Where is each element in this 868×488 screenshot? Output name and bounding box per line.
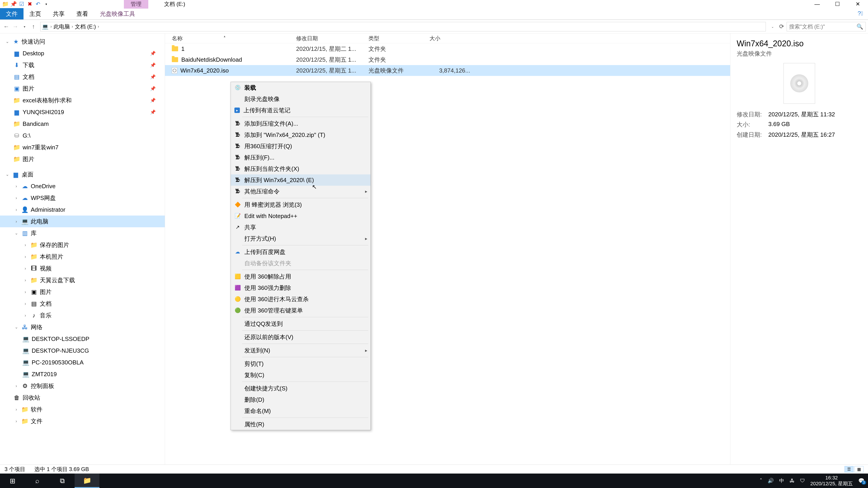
tree-item[interactable]: ›📁本机照片	[0, 251, 165, 263]
search-input[interactable]: 搜索"文档 (E:)" 🔍	[786, 22, 866, 31]
tree-item[interactable]: ›♪音乐	[0, 310, 165, 321]
qat-check-icon[interactable]: ☑	[19, 1, 25, 7]
breadcrumb-root[interactable]: 此电脑	[54, 23, 70, 30]
tree-this-pc[interactable]: ›💻此电脑	[0, 216, 165, 227]
tree-documents[interactable]: ▤文档📌	[0, 71, 165, 83]
ctx-delete[interactable]: 删除(D)	[231, 394, 370, 405]
ctx-360-manage-menu[interactable]: 🟢使用 360管理右键菜单	[231, 305, 370, 316]
chevron-right-icon[interactable]: ›	[13, 219, 19, 224]
forward-button[interactable]: →	[11, 23, 20, 31]
ctx-extract-here[interactable]: 🗜解压到当前文件夹(X)	[231, 163, 370, 174]
qat-pin-icon[interactable]: 📌	[10, 1, 17, 7]
tree-item[interactable]: 📁win7重装win7	[0, 141, 165, 153]
col-name[interactable]: 名称▴	[165, 35, 296, 42]
chevron-right-icon[interactable]: ›	[23, 242, 28, 248]
chevron-right-icon[interactable]: ›	[13, 384, 19, 388]
ctx-360-unlock[interactable]: 🟨使用 360解除占用	[231, 271, 370, 282]
chevron-right-icon[interactable]: ›	[13, 184, 19, 189]
tree-item[interactable]: ›📁文件	[0, 415, 165, 427]
tree-control-panel[interactable]: ›⚙控制面板	[0, 380, 165, 392]
ctx-copy[interactable]: 复制(C)	[231, 369, 370, 381]
chevron-right-icon[interactable]: ›	[23, 254, 28, 259]
ctx-mount[interactable]: 💿装载	[231, 82, 370, 93]
task-view-button[interactable]: ⧉	[50, 474, 74, 488]
tab-share[interactable]: 共享	[47, 8, 70, 20]
file-row[interactable]: BaiduNetdiskDownload 2020/12/25, 星期五 1..…	[165, 54, 730, 65]
chevron-right-icon[interactable]: ›	[23, 290, 28, 294]
breadcrumb[interactable]: 💻 › 此电脑 › 文档 (E:) ›	[40, 22, 766, 31]
tray-security-icon[interactable]: 🛡	[800, 478, 805, 484]
file-row-selected[interactable]: Win7x64_2020.iso 2020/12/25, 星期五 1... 光盘…	[165, 65, 730, 76]
ctx-add-zip[interactable]: 🗜添加到 "Win7x64_2020.zip" (T)	[231, 129, 370, 140]
tree-recycle[interactable]: 🗑回收站	[0, 392, 165, 403]
tree-item[interactable]: ›▣图片	[0, 286, 165, 298]
chevron-right-icon[interactable]: ›	[98, 24, 99, 29]
ctx-baidu[interactable]: ☁上传到百度网盘	[231, 246, 370, 258]
tree-item[interactable]: 💻ZMT2019	[0, 368, 165, 380]
tree-item[interactable]: ›📁软件	[0, 403, 165, 415]
tab-disc-image-tools[interactable]: 光盘映像工具	[94, 8, 141, 20]
tray-volume-icon[interactable]: 🔊	[768, 478, 774, 484]
recent-dropdown[interactable]: ▾	[20, 23, 29, 31]
tree-quick-access[interactable]: ⌄★快速访问	[0, 36, 165, 47]
tree-item[interactable]: 📁Bandicam	[0, 118, 165, 130]
breadcrumb-history-dropdown[interactable]: ⌄	[769, 23, 777, 31]
tree-desktop[interactable]: ▆Desktop📌	[0, 47, 165, 59]
tab-file[interactable]: 文件	[0, 8, 24, 20]
start-button[interactable]: ⊞	[0, 474, 25, 488]
chevron-right-icon[interactable]: ›	[13, 407, 19, 412]
search-icon[interactable]: 🔍	[857, 24, 863, 30]
ctx-share[interactable]: ↗共享	[231, 222, 370, 233]
tree-libraries[interactable]: ⌄▥库	[0, 227, 165, 239]
tree-item[interactable]: 💻DESKTOP-NJEU3CG	[0, 345, 165, 357]
ctx-restore-versions[interactable]: 还原以前的版本(V)	[231, 331, 370, 343]
ctx-open-360zip[interactable]: 🗜用360压缩打开(Q)	[231, 140, 370, 152]
ctx-extract-to[interactable]: 🗜解压到(F)...	[231, 152, 370, 163]
tree-admin[interactable]: ›👤Administrator	[0, 204, 165, 216]
ctx-extract-folder[interactable]: 🗜解压到 Win7x64_2020\ (E)	[231, 174, 370, 186]
tree-item[interactable]: 💻PC-20190530OBLA	[0, 357, 165, 368]
tab-home[interactable]: 主页	[24, 8, 47, 20]
tree-pictures[interactable]: ▣图片📌	[0, 83, 165, 94]
up-button[interactable]: ↑	[29, 23, 37, 31]
back-button[interactable]: ←	[2, 23, 10, 31]
tree-network[interactable]: ⌄🖧网络	[0, 321, 165, 333]
qat-delete-icon[interactable]: ✖	[27, 1, 33, 7]
col-date[interactable]: 修改日期	[296, 35, 368, 42]
tree-item[interactable]: 📁图片	[0, 153, 165, 165]
breadcrumb-location[interactable]: 文档 (E:)	[75, 23, 96, 30]
help-icon[interactable]: ?⃝	[858, 10, 863, 17]
chevron-down-icon[interactable]: ⌄	[13, 231, 19, 236]
chevron-down-icon[interactable]: ⌄	[4, 39, 10, 44]
ctx-send-qq[interactable]: 通过QQ发送到	[231, 318, 370, 329]
chevron-right-icon[interactable]: ›	[23, 278, 28, 283]
chevron-right-icon[interactable]: ›	[23, 266, 28, 271]
chevron-right-icon[interactable]: ›	[51, 24, 52, 29]
tab-view[interactable]: 查看	[70, 8, 94, 20]
tree-item[interactable]: ▆YUNQISHI2019📌	[0, 106, 165, 118]
tree-item[interactable]: ›📁天翼云盘下载	[0, 274, 165, 286]
minimize-button[interactable]: —	[807, 0, 827, 8]
tree-desktop-root[interactable]: ⌄▆桌面	[0, 168, 165, 180]
ctx-create-shortcut[interactable]: 创建快捷方式(S)	[231, 383, 370, 394]
ctx-add-archive[interactable]: 🗜添加到压缩文件(A)...	[231, 118, 370, 129]
chevron-right-icon[interactable]: ›	[23, 313, 28, 318]
ctx-cut[interactable]: 剪切(T)	[231, 358, 370, 369]
tray-clock[interactable]: 16:32 2020/12/25, 星期五	[810, 475, 853, 487]
tray-chevron-up-icon[interactable]: ˄	[760, 478, 762, 484]
ctx-open-with[interactable]: 打开方式(H)▸	[231, 233, 370, 244]
ctx-bee-browser[interactable]: 🔶用 蜂蜜浏览器 浏览(3)	[231, 199, 370, 210]
tree-item[interactable]: 📁excel表格制作求和📌	[0, 94, 165, 106]
chevron-right-icon[interactable]: ›	[13, 207, 19, 212]
ctx-360-trojan-scan[interactable]: 🟡使用 360进行木马云查杀	[231, 293, 370, 305]
chevron-right-icon[interactable]: ›	[13, 419, 19, 424]
ctx-notepadpp[interactable]: 📝Edit with Notepad++	[231, 210, 370, 222]
taskbar-explorer[interactable]: 📁	[74, 474, 99, 488]
tree-wps[interactable]: ›☁WPS网盘	[0, 192, 165, 204]
tree-downloads[interactable]: ⬇下载📌	[0, 59, 165, 71]
qat-undo-icon[interactable]: ↶	[35, 1, 41, 7]
ctx-youdao[interactable]: ▸上传到有道云笔记	[231, 105, 370, 116]
close-button[interactable]: ✕	[848, 0, 868, 8]
chevron-right-icon[interactable]: ›	[23, 301, 28, 306]
ctx-rename[interactable]: 重命名(M)	[231, 405, 370, 417]
